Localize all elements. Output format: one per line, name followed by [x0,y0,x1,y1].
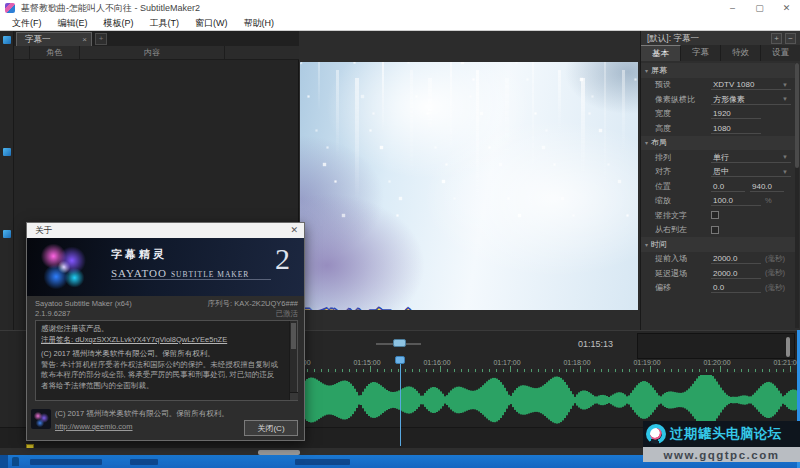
ruler-timecode: 01:21:00 [773,359,800,366]
light-streak [476,70,479,199]
ruler-tick [384,369,385,372]
vertical-text-checkbox[interactable] [711,211,719,219]
unit-label: % [765,196,772,205]
prop-row-height: 高度1080 [641,121,796,136]
fade-in-input[interactable]: 2000.0 [711,253,761,264]
fade-out-input[interactable]: 2000.0 [711,268,761,279]
position-input-x[interactable]: 0.0 [711,181,745,192]
ruler-tick [629,369,630,372]
chevron-down-icon[interactable]: ▼ [782,82,788,88]
right-to-left-checkbox[interactable] [711,226,719,234]
website-link[interactable]: http://www.qeemio.com [55,422,133,431]
dialog-close-button[interactable]: 关闭(C) [244,420,298,436]
prop-row-pixel-ratio: 像素纵横比方形像素▼ [641,92,796,107]
ruler-tick [433,369,434,372]
menu-template[interactable]: 模板(P) [96,17,142,30]
tab-close-icon[interactable]: × [82,35,87,44]
ruler-tick [594,369,595,372]
remove-style-button[interactable]: − [785,33,796,44]
time-ruler[interactable]: 01:14:0001:15:0001:16:0001:17:0001:18:00… [300,357,800,373]
position-input-y[interactable]: 940.0 [750,181,784,192]
height-input[interactable]: 1080 [711,123,761,134]
list-header-content[interactable]: 内容 [80,46,225,59]
playhead-handle[interactable] [395,356,405,364]
menu-tools[interactable]: 工具(T) [142,17,188,30]
ruler-tick [307,369,308,372]
light-streak [428,78,432,133]
prop-row-vertical-text: 竖排文字 [641,208,796,223]
maximize-button[interactable]: ▢ [746,0,773,16]
ruler-tick [622,369,623,372]
list-header-row: 角色 内容 [14,46,299,60]
preset-dropdown[interactable]: XDTV 1080 [711,79,791,90]
current-timecode: 01:15:13 [578,339,613,349]
arrange-dropdown[interactable]: 单行 [711,152,791,163]
pixel-ratio-dropdown[interactable]: 方形像素 [711,94,791,105]
ruler-tick [545,369,546,372]
ruler-tick [580,366,581,372]
panel-icon[interactable] [3,36,11,44]
panel-icon[interactable] [3,148,11,156]
dialog-close-icon[interactable]: ✕ [290,225,298,235]
menu-window[interactable]: 窗口(W) [187,17,236,30]
light-streak [505,78,509,154]
ruler-tick [559,369,560,372]
close-button[interactable]: ✕ [773,0,800,16]
align-dropdown[interactable]: 居中 [711,166,791,177]
light-streak [355,78,359,202]
minimize-button[interactable]: – [719,0,746,16]
ruler-tick [685,369,686,372]
ruler-tick [587,369,588,372]
prop-label: 位置 [641,181,711,192]
list-header-spacer [225,46,299,59]
properties-tab-settings[interactable]: 设置 [761,45,800,61]
chevron-down-icon[interactable]: ▼ [782,169,788,175]
add-style-button[interactable]: + [771,33,782,44]
ruler-tick [720,366,721,372]
menu-file[interactable]: 文件(F) [4,17,50,30]
qeemio-logo [31,409,51,429]
video-preview: 是我的家乡 赞美的歌儿天天唱 [300,62,638,310]
properties-tab-effects[interactable]: 特效 [721,45,761,61]
ruler-tick [727,369,728,372]
chevron-down-icon[interactable]: ▼ [782,154,788,160]
about-banner: 字幕精灵 SAYATOOSUBTITLE MAKER 2 [27,238,304,296]
section-collapse-icon[interactable]: ▾ [645,139,648,146]
section-collapse-icon[interactable]: ▾ [645,67,648,74]
ruler-timecode: 01:19:00 [633,359,660,366]
list-header-role[interactable]: 角色 [30,46,80,59]
prop-label: 对齐 [641,166,711,177]
activation-status: 已激活 [208,309,298,319]
prop-label: 宽度 [641,108,711,119]
prop-row-right-to-left: 从右到左 [641,223,796,238]
ruler-tick [412,369,413,372]
menu-bar: 文件(F)编辑(E)模板(P)工具(T)窗口(W)帮助(H) [0,16,800,31]
ruler-tick [447,369,448,372]
width-input[interactable]: 1920 [711,108,761,119]
ruler-tick [496,369,497,372]
prop-row-preset: 预设XDTV 1080▼ [641,78,796,93]
tab-subtitle-track[interactable]: 字幕一 × [16,32,92,46]
menu-help[interactable]: 帮助(H) [236,17,283,30]
add-tab-button[interactable]: + [95,33,107,45]
ruler-tick [776,369,777,372]
section-collapse-icon[interactable]: ▾ [645,241,648,248]
ruler-tick [489,369,490,372]
chevron-down-icon[interactable]: ▼ [782,96,788,102]
status-user-icon [12,457,19,466]
menu-edit[interactable]: 编辑(E) [50,17,96,30]
audio-waveform[interactable] [300,373,800,427]
ruler-tick [615,369,616,372]
panel-icon[interactable] [3,230,11,238]
unit-label: (毫秒) [765,283,785,293]
ruler-tick [608,369,609,372]
side-panel-scrollbar[interactable] [786,337,790,357]
properties-scrollbar[interactable] [795,63,799,328]
properties-tab-subtitle[interactable]: 字幕 [681,45,721,61]
license-scrollbar[interactable] [289,321,297,400]
scale-input[interactable]: 100.0 [711,195,761,206]
offset-input[interactable]: 0.0 [711,282,761,293]
timeline-zoom-slider[interactable] [393,339,406,347]
properties-tab-basic[interactable]: 基本 [641,45,681,61]
ruler-tick [657,369,658,372]
